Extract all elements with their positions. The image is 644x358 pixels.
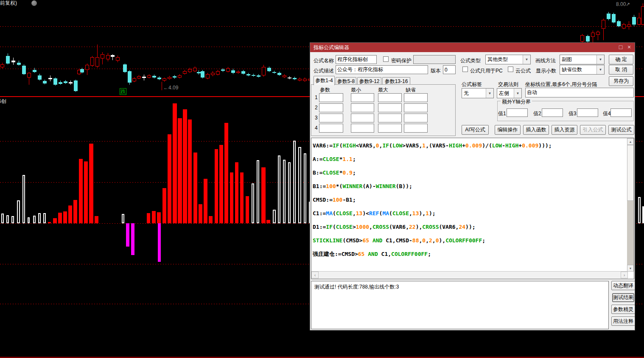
formula-desc-input[interactable] bbox=[336, 65, 428, 74]
version-input[interactable] bbox=[443, 65, 456, 74]
usage-notes-button[interactable]: 用法注释 bbox=[611, 316, 635, 326]
candle bbox=[142, 77, 146, 78]
indicator-bar bbox=[193, 153, 197, 223]
test-result-button[interactable]: 测试结果 bbox=[612, 293, 634, 302]
param-input-r1-c4[interactable] bbox=[404, 93, 428, 102]
y-value-input-1[interactable] bbox=[507, 108, 528, 117]
formula-code-editor[interactable]: VAR6:=IF(HIGH<VAR5,0,IF(LOW>VAR5,1,(VAR5… bbox=[311, 138, 634, 279]
test-formula-button[interactable]: 测试公式 bbox=[608, 125, 634, 135]
insert-resource-button[interactable]: 插入资源 bbox=[552, 125, 577, 135]
edit-ops-button[interactable]: 编辑操作 bbox=[495, 125, 521, 135]
indicator-bar bbox=[235, 162, 238, 223]
scroll-up-icon[interactable]: ▲ bbox=[627, 138, 634, 145]
horizontal-scrollbar[interactable]: ‹ › bbox=[311, 271, 628, 279]
indicator-bar bbox=[6, 215, 9, 223]
param-input-r3-c4[interactable] bbox=[404, 114, 428, 122]
tab-参数1-4[interactable]: 参数1-4 bbox=[314, 76, 335, 85]
y-value-input-3[interactable] bbox=[577, 108, 598, 117]
maximize-icon[interactable]: □ bbox=[617, 43, 624, 52]
formula-name-input[interactable] bbox=[336, 55, 377, 64]
scroll-left-icon[interactable]: ‹ bbox=[311, 272, 319, 278]
scroll-right-icon[interactable]: › bbox=[621, 272, 628, 278]
indicator-bar bbox=[122, 214, 124, 223]
indicator-bar bbox=[293, 141, 296, 223]
code-line: B1:=100*(WINNER(A)-WINNER(B)); bbox=[313, 180, 627, 193]
scrollbar-thumb[interactable] bbox=[627, 145, 634, 201]
cloud-formula-checkbox[interactable] bbox=[508, 67, 513, 72]
chevron-down-icon[interactable]: ▼ bbox=[596, 65, 604, 74]
indicator-bar bbox=[642, 206, 644, 223]
ok-button[interactable]: 确 定 bbox=[609, 55, 633, 64]
candle bbox=[17, 63, 21, 65]
formula-editor-dialog: 指标公式编辑器 □ × 公式名称 密码保护 公式类型 其他类型 ▼ 画线方法 副… bbox=[310, 42, 635, 330]
candle bbox=[206, 74, 210, 78]
indicator-bar bbox=[48, 222, 51, 223]
coord-line-label: 坐标线位置,最多6个,用分号分隔 bbox=[525, 81, 597, 88]
param-input-r2-c3[interactable] bbox=[378, 103, 402, 112]
pc-only-checkbox[interactable] bbox=[462, 67, 468, 72]
password-input bbox=[413, 55, 456, 64]
dialog-titlebar[interactable]: 指标公式编辑器 □ × bbox=[310, 43, 635, 52]
param-input-r2-c1[interactable] bbox=[319, 103, 343, 112]
param-input-r3-c2[interactable] bbox=[351, 114, 374, 122]
candle bbox=[197, 72, 201, 73]
param-col-header: 参数 bbox=[320, 86, 330, 94]
ai-write-button[interactable]: AI写公式 bbox=[462, 125, 489, 135]
vertical-scrollbar[interactable]: ▲ ▼ bbox=[627, 138, 634, 272]
scroll-down-icon[interactable]: ▼ bbox=[627, 265, 634, 272]
candle bbox=[283, 75, 286, 77]
indicator-bar bbox=[304, 153, 306, 223]
formula-name-label: 公式名称 bbox=[314, 57, 334, 64]
chevron-down-icon[interactable]: ▼ bbox=[514, 89, 521, 98]
candle bbox=[90, 57, 94, 66]
candle bbox=[178, 75, 182, 78]
candle bbox=[48, 78, 52, 79]
dynamic-translate-button[interactable]: 动态翻译 bbox=[611, 281, 635, 290]
param-input-r1-c1[interactable] bbox=[319, 93, 343, 102]
insert-function-button[interactable]: 插入函数 bbox=[523, 125, 549, 135]
param-input-r1-c2[interactable] bbox=[351, 93, 374, 102]
param-wizard-button[interactable]: 参数精灵 bbox=[611, 305, 635, 314]
formula-type-select[interactable]: 其他类型 ▼ bbox=[485, 55, 531, 64]
dialog-title: 指标公式编辑器 bbox=[314, 44, 349, 50]
candle bbox=[298, 79, 302, 80]
indicator-bar bbox=[209, 216, 213, 223]
candle bbox=[241, 71, 245, 74]
param-col-header: 缺省 bbox=[406, 86, 416, 94]
indicator-bar bbox=[53, 218, 57, 223]
param-input-r2-c4[interactable] bbox=[404, 103, 428, 112]
code-line: CMSD:=100-B1; bbox=[313, 193, 627, 207]
cancel-button[interactable]: 取 消 bbox=[609, 65, 633, 75]
param-input-r2-c2[interactable] bbox=[351, 103, 374, 112]
y-value-input-4[interactable] bbox=[610, 108, 632, 117]
adjust-badge-icon[interactable] bbox=[31, 0, 37, 6]
code-line: STICKLINE(CMSD>65 AND C1,CMSD-88,0,2,0),… bbox=[313, 234, 627, 247]
candle bbox=[43, 81, 47, 83]
param-input-r4-c4[interactable] bbox=[404, 124, 428, 133]
password-protect-checkbox[interactable] bbox=[383, 56, 389, 62]
chevron-down-icon[interactable]: ▼ bbox=[596, 55, 604, 64]
param-input-r3-c3[interactable] bbox=[378, 114, 402, 122]
param-input-r4-c3[interactable] bbox=[378, 124, 402, 133]
close-icon[interactable]: × bbox=[625, 43, 633, 52]
param-input-r3-c1[interactable] bbox=[319, 114, 343, 122]
candle bbox=[27, 73, 31, 78]
low-marker-line bbox=[162, 82, 162, 90]
candle bbox=[6, 56, 10, 64]
decimals-select[interactable]: 缺省位数 ▼ bbox=[560, 65, 605, 75]
y-value-input-2[interactable] bbox=[542, 108, 563, 117]
param-row-number: 4 bbox=[315, 125, 318, 131]
candle bbox=[591, 33, 595, 37]
chevron-down-icon[interactable]: ▼ bbox=[486, 89, 493, 98]
trade-rule-select[interactable]: 左侧 ▼ bbox=[497, 88, 522, 98]
formula-tag-select[interactable]: 无 ▼ bbox=[462, 88, 494, 98]
indicator-bar bbox=[89, 144, 93, 223]
chevron-down-icon[interactable]: ▼ bbox=[523, 55, 530, 64]
test-output-box: 测试通过! 代码长度:788,输出线个数:3 bbox=[311, 281, 609, 329]
param-input-r4-c2[interactable] bbox=[351, 124, 374, 133]
save-as-button[interactable]: 另存为 bbox=[609, 76, 633, 86]
param-input-r1-c3[interactable] bbox=[378, 93, 402, 102]
param-input-r4-c1[interactable] bbox=[319, 124, 343, 133]
draw-method-select[interactable]: 副图 ▼ bbox=[560, 55, 605, 64]
coord-line-input[interactable] bbox=[525, 88, 634, 97]
